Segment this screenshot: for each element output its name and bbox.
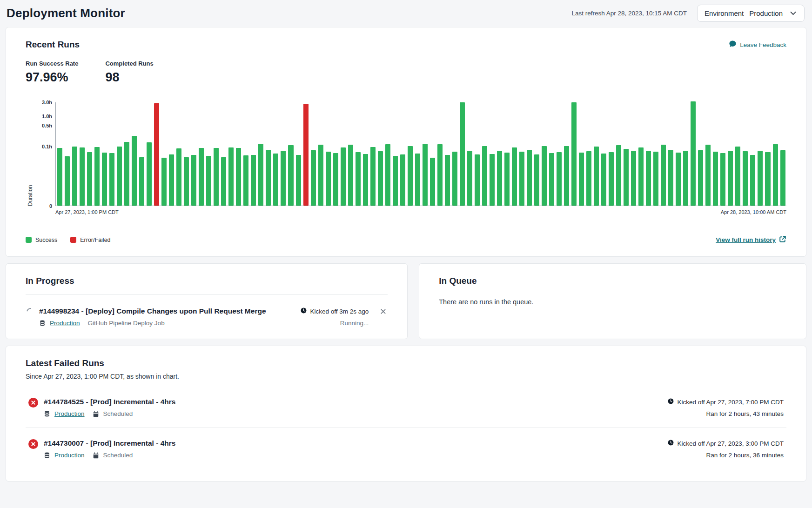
run-bar-success[interactable] [393,156,398,206]
run-bar-success[interactable] [646,151,651,206]
run-bar-success[interactable] [437,144,443,206]
run-bar-success[interactable] [750,155,755,206]
run-bar-success[interactable] [460,102,465,206]
run-bar-failed[interactable] [303,104,309,206]
run-bar-success[interactable] [370,147,376,206]
run-bar-success[interactable] [176,148,181,206]
run-bar-success[interactable] [341,147,346,206]
run-bar-success[interactable] [258,144,263,206]
run-bar-success[interactable] [780,150,785,206]
run-bar-success[interactable] [65,156,70,206]
run-bar-success[interactable] [475,154,480,206]
run-bar-success[interactable] [430,158,435,206]
run-bar-success[interactable] [109,153,114,206]
run-bar-success[interactable] [94,147,100,206]
run-bar-success[interactable] [199,148,204,206]
environment-link[interactable]: Production [54,410,85,417]
run-bar-success[interactable] [169,154,174,206]
run-bar-success[interactable] [728,151,733,206]
run-bar-success[interactable] [356,152,361,206]
run-bar-success[interactable] [765,152,770,206]
run-bar-success[interactable] [490,154,495,206]
run-bar-success[interactable] [161,158,167,206]
run-bar-success[interactable] [348,145,353,206]
run-bar-success[interactable] [705,145,711,206]
run-bar-success[interactable] [57,148,62,206]
run-bar-success[interactable] [698,150,703,206]
run-bar-success[interactable] [378,151,383,206]
run-bar-success[interactable] [221,157,226,206]
run-bar-success[interactable] [132,136,137,206]
run-bar-success[interactable] [609,152,614,206]
run-bar-success[interactable] [720,153,725,206]
run-bar-success[interactable] [311,150,316,206]
run-bar-success[interactable] [616,145,621,206]
run-bar-success[interactable] [549,153,554,206]
run-bar-success[interactable] [124,142,129,206]
run-bar-success[interactable] [735,147,740,206]
run-bar-success[interactable] [236,148,241,206]
run-bar-success[interactable] [512,147,517,206]
run-bar-success[interactable] [273,154,278,206]
run-bar-success[interactable] [624,149,629,206]
run-bar-success[interactable] [638,147,644,206]
run-bar-success[interactable] [497,151,502,206]
run-bar-success[interactable] [586,151,591,206]
run-bar-success[interactable] [281,151,286,206]
run-bar-success[interactable] [415,154,420,206]
dismiss-run-button[interactable] [379,307,388,317]
run-bar-success[interactable] [80,147,85,206]
run-bar-success[interactable] [296,155,301,206]
run-bar-success[interactable] [214,148,219,206]
run-bar-success[interactable] [452,152,457,206]
run-bar-success[interactable] [773,144,778,206]
environment-selector[interactable]: Environment Production [697,5,805,22]
run-bar-success[interactable] [326,152,331,206]
run-bar-success[interactable] [668,150,673,206]
run-bar-success[interactable] [482,146,487,206]
run-bar-success[interactable] [527,150,532,206]
run-bar-success[interactable] [102,153,107,206]
view-full-run-history-link[interactable]: View full run history [716,235,786,244]
run-bar-success[interactable] [534,154,539,206]
run-bar-success[interactable] [87,152,92,206]
run-bar-success[interactable] [206,156,211,206]
run-bar-success[interactable] [72,147,77,206]
run-bar-success[interactable] [594,147,599,206]
run-bar-success[interactable] [266,150,271,206]
run-bar-success[interactable] [713,152,718,206]
run-bar-success[interactable] [631,151,636,206]
run-bar-success[interactable] [363,154,368,206]
run-bar-success[interactable] [504,153,510,206]
run-bar-success[interactable] [423,144,428,206]
environment-link[interactable]: Production [50,320,80,327]
run-bar-success[interactable] [676,153,681,206]
run-bar-success[interactable] [147,142,152,206]
run-bar-failed[interactable] [154,103,159,206]
run-bar-success[interactable] [408,146,413,206]
run-bar-success[interactable] [333,153,338,206]
run-bar-success[interactable] [400,154,405,206]
run-bar-success[interactable] [117,147,122,206]
run-bar-success[interactable] [243,155,248,206]
run-bar-success[interactable] [661,145,666,206]
run-bar-success[interactable] [683,151,688,206]
run-bar-success[interactable] [519,152,524,206]
run-bar-success[interactable] [542,146,547,206]
run-bar-success[interactable] [557,152,562,206]
run-bar-success[interactable] [191,155,196,206]
run-bar-success[interactable] [318,145,323,206]
environment-link[interactable]: Production [54,452,85,459]
run-bar-success[interactable] [743,151,748,206]
run-bar-success[interactable] [139,157,144,206]
run-bar-success[interactable] [288,145,293,206]
run-bar-success[interactable] [184,157,189,206]
run-bar-success[interactable] [467,151,472,206]
run-bar-success[interactable] [653,152,658,206]
run-bar-success[interactable] [564,146,569,206]
run-bar-success[interactable] [691,101,696,206]
run-bar-success[interactable] [385,144,390,206]
run-bar-success[interactable] [579,153,584,206]
run-bar-success[interactable] [445,155,450,206]
leave-feedback-link[interactable]: Leave Feedback [729,40,786,49]
